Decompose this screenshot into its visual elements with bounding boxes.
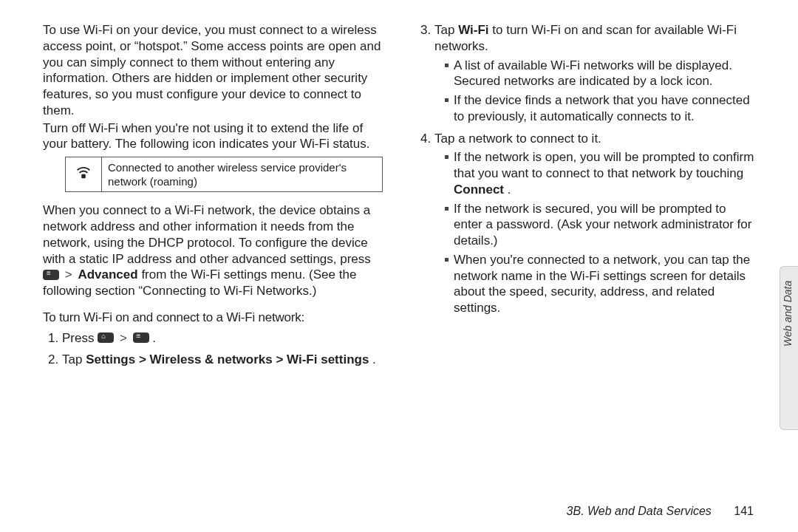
status-icon-description: Connected to another wireless service pr… (102, 157, 383, 192)
step-4: Tap a network to connect to it. If the n… (434, 131, 755, 316)
wifi-roaming-icon (66, 157, 102, 192)
chapter-thumb-label: Web and Data (782, 281, 795, 347)
menu-key-icon (43, 270, 59, 280)
status-icon-table: Connected to another wireless service pr… (65, 157, 383, 192)
sub-bullet: If the device finds a network that you h… (445, 92, 755, 125)
step-2: Tap Settings > Wireless & networks > Wi-… (62, 352, 383, 368)
sub-bullet: A list of available Wi-Fi networks will … (445, 58, 755, 90)
footer-section-title: 3B. Web and Data Services (567, 505, 712, 517)
page-number: 141 (734, 505, 754, 517)
sub-bullet: If the network is open, you will be prom… (445, 149, 755, 197)
body-paragraph: Turn off Wi-Fi when you're not using it … (43, 120, 383, 153)
menu-key-icon (133, 332, 149, 343)
body-paragraph: To use Wi-Fi on your device, you must co… (43, 22, 383, 119)
step-3: Tap Wi-Fi to turn Wi-Fi on and scan for … (434, 22, 755, 125)
page-footer: 3B. Web and Data Services 141 (44, 504, 754, 519)
home-key-icon (98, 332, 114, 343)
step-1: Press > . (62, 330, 383, 347)
sub-bullet: If the network is secured, you will be p… (445, 201, 755, 249)
sub-bullet: When you're connected to a network, you … (445, 252, 755, 316)
body-paragraph: When you connect to a Wi-Fi network, the… (43, 202, 383, 299)
procedure-heading: To turn Wi-Fi on and connect to a Wi-Fi … (43, 310, 383, 326)
svg-rect-0 (81, 174, 86, 178)
chapter-thumb-tab: Web and Data (780, 266, 798, 430)
manual-page: To use Wi-Fi on your device, you must co… (0, 0, 798, 532)
